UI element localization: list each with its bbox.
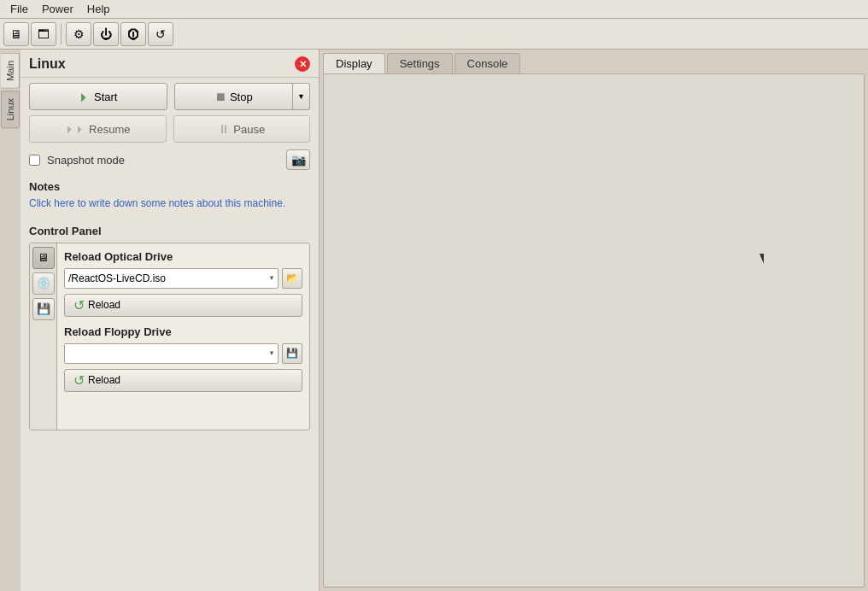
optical-select-wrapper: /ReactOS-LiveCD.iso bbox=[64, 268, 279, 289]
toolbar-settings-btn[interactable]: ⚙ bbox=[66, 22, 91, 46]
start-button[interactable]: ⏵ Start bbox=[29, 83, 167, 110]
optical-reload-button[interactable]: ↺ Reload bbox=[64, 294, 302, 317]
sidebar-tabs: Main Linux bbox=[0, 50, 21, 591]
tab-display[interactable]: Display bbox=[323, 53, 385, 73]
start-icon: ⏵ bbox=[79, 90, 91, 103]
notes-link[interactable]: Click here to write down some notes abou… bbox=[29, 197, 285, 209]
cp-disk-icon-btn[interactable]: 💿 bbox=[32, 272, 55, 295]
optical-folder-button[interactable]: 📂 bbox=[282, 268, 302, 289]
left-panel: Linux ✕ ⏵ Start ⏹ Stop ▼ ⏵⏵ Resume bbox=[21, 50, 320, 591]
floppy-select-wrapper bbox=[64, 343, 279, 364]
display-area[interactable] bbox=[323, 73, 865, 588]
optical-reload-label: Reload bbox=[88, 299, 120, 311]
menu-file[interactable]: File bbox=[3, 1, 35, 17]
camera-button[interactable]: 📷 bbox=[286, 149, 310, 170]
vm-title: Linux bbox=[29, 56, 66, 72]
floppy-save-button[interactable]: 💾 bbox=[282, 343, 302, 364]
tabs-row: Display Settings Console bbox=[320, 50, 868, 73]
toolbar: 🖥 🗔 ⚙ ⏻ ⏼ ↺ bbox=[0, 19, 868, 50]
resume-label: Resume bbox=[89, 123, 130, 136]
resume-button[interactable]: ⏵⏵ Resume bbox=[29, 115, 167, 143]
pause-icon: ⏸ bbox=[218, 122, 230, 136]
snapshot-checkbox[interactable] bbox=[29, 155, 40, 166]
cp-icons-column: 🖥 💿 💾 bbox=[30, 243, 57, 430]
floppy-reload-button[interactable]: ↺ Reload bbox=[64, 369, 302, 392]
sidebar-tab-linux[interactable]: Linux bbox=[1, 91, 20, 128]
optical-drive-title: Reload Optical Drive bbox=[64, 250, 302, 263]
toolbar-separator bbox=[61, 24, 62, 44]
menubar: File Power Help bbox=[0, 0, 868, 19]
control-panel-box: 🖥 💿 💾 Reload Optical Drive /ReactOS-Live… bbox=[29, 243, 310, 430]
start-label: Start bbox=[94, 91, 117, 103]
floppy-drive-select[interactable] bbox=[64, 343, 279, 364]
sidebar-tab-main[interactable]: Main bbox=[1, 53, 20, 89]
start-stop-row: ⏵ Start ⏹ Stop ▼ bbox=[21, 78, 319, 115]
cursor-indicator bbox=[760, 254, 768, 266]
toolbar-power-off-btn[interactable]: ⏻ bbox=[93, 22, 119, 46]
stop-icon: ⏹ bbox=[214, 90, 226, 103]
snapshot-label[interactable]: Snapshot mode bbox=[47, 154, 125, 167]
stop-label: Stop bbox=[230, 91, 253, 103]
resume-pause-row: ⏵⏵ Resume ⏸ Pause bbox=[21, 115, 319, 148]
notes-title: Notes bbox=[29, 180, 310, 193]
pause-label: Pause bbox=[233, 123, 265, 136]
menu-help[interactable]: Help bbox=[80, 1, 117, 17]
toolbar-refresh-btn[interactable]: ↺ bbox=[148, 22, 173, 46]
toolbar-screen-btn[interactable]: 🗔 bbox=[31, 22, 56, 46]
toolbar-power2-btn[interactable]: ⏼ bbox=[120, 22, 146, 46]
menu-power[interactable]: Power bbox=[35, 1, 80, 17]
main-layout: Main Linux Linux ✕ ⏵ Start ⏹ Stop ▼ bbox=[0, 50, 868, 591]
optical-drive-row: /ReactOS-LiveCD.iso 📂 bbox=[64, 268, 302, 289]
tab-settings[interactable]: Settings bbox=[387, 53, 453, 73]
resume-icon: ⏵⏵ bbox=[65, 123, 85, 135]
floppy-drive-row: 💾 bbox=[64, 343, 302, 364]
cp-floppy-icon-btn[interactable]: 💾 bbox=[32, 298, 55, 320]
control-panel-section: Control Panel 🖥 💿 💾 Reload Optical Drive bbox=[21, 218, 319, 591]
snapshot-row: Snapshot mode 📷 bbox=[21, 148, 319, 173]
stop-dropdown-button[interactable]: ▼ bbox=[293, 83, 310, 110]
stop-button[interactable]: ⏹ Stop bbox=[174, 83, 294, 110]
right-panel: Display Settings Console bbox=[320, 50, 868, 591]
floppy-reload-label: Reload bbox=[88, 374, 120, 386]
cp-content: Reload Optical Drive /ReactOS-LiveCD.iso… bbox=[57, 243, 309, 430]
floppy-reload-icon: ↺ bbox=[73, 372, 85, 389]
floppy-drive-title: Reload Floppy Drive bbox=[64, 325, 302, 338]
vm-close-button[interactable]: ✕ bbox=[295, 56, 310, 72]
toolbar-monitor-btn[interactable]: 🖥 bbox=[3, 22, 29, 46]
optical-drive-select[interactable]: /ReactOS-LiveCD.iso bbox=[64, 268, 279, 289]
notes-section: Notes Click here to write down some note… bbox=[21, 173, 319, 218]
vm-header: Linux ✕ bbox=[21, 50, 319, 78]
stop-group: ⏹ Stop ▼ bbox=[174, 83, 311, 110]
control-panel-title: Control Panel bbox=[29, 225, 310, 237]
pause-button[interactable]: ⏸ Pause bbox=[173, 115, 311, 143]
tab-console[interactable]: Console bbox=[455, 53, 521, 73]
cp-optical-icon-btn[interactable]: 🖥 bbox=[32, 247, 55, 269]
optical-reload-icon: ↺ bbox=[73, 297, 85, 313]
